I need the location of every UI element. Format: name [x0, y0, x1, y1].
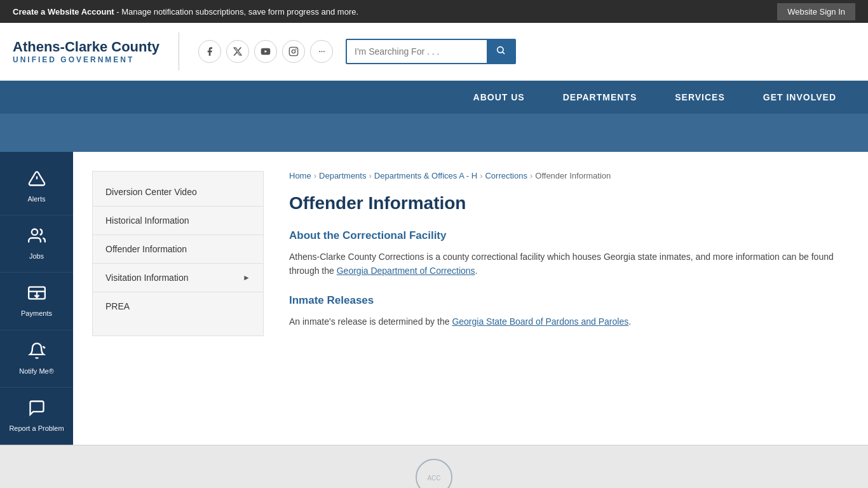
svg-rect-1 [289, 47, 297, 55]
side-menu-item-historical[interactable]: Historical Information [93, 207, 263, 235]
sidebar-item-payments[interactable]: Payments [0, 273, 73, 330]
sidebar-item-notify[interactable]: Notify Me® [0, 330, 73, 388]
nav-item-about-us[interactable]: ABOUT US [454, 81, 544, 114]
svg-point-4 [498, 47, 503, 53]
nav-item-departments[interactable]: DEPARTMENTS [544, 81, 656, 114]
side-menu-item-offender[interactable]: Offender Information [93, 235, 263, 264]
logo-sub-title: UNIFIED GOVERNMENT [13, 55, 159, 64]
report-icon [28, 399, 46, 421]
section-heading-releases: Inmate Releases [289, 294, 843, 307]
visitation-arrow-icon: ► [243, 273, 250, 282]
svg-point-2 [292, 50, 295, 53]
twitter-x-icon[interactable] [226, 40, 249, 63]
website-signin-button[interactable]: Website Sign In [777, 3, 855, 20]
breadcrumb-departments[interactable]: Departments [319, 171, 366, 180]
site-header: Athens-Clarke County UNIFIED GOVERNMENT … [0, 23, 868, 81]
nav-item-get-involved[interactable]: GET INVOLVED [744, 81, 855, 114]
search-area [346, 39, 516, 64]
footer-logo: ACC [415, 458, 453, 488]
logo-divider [179, 32, 179, 71]
search-input[interactable] [347, 41, 487, 62]
section-correctional-facility: About the Correctional Facility Athens-C… [289, 229, 843, 278]
nav-item-services[interactable]: SERVICES [656, 81, 744, 114]
content-wrapper: Diversion Center Video Historical Inform… [73, 152, 868, 445]
side-menu-item-diversion[interactable]: Diversion Center Video [93, 178, 263, 207]
georgia-doc-link[interactable]: Georgia Department of Corrections [337, 266, 475, 276]
search-icon [496, 45, 506, 55]
payments-label: Payments [21, 309, 52, 318]
hero-banner [0, 114, 868, 152]
alerts-label: Alerts [27, 195, 45, 203]
notification-detail: - Manage notification subscriptions, sav… [114, 7, 358, 17]
svg-point-8 [31, 229, 37, 235]
page-title: Offender Information [289, 193, 843, 214]
section-text-correctional: Athens-Clarke County Corrections is a co… [289, 250, 843, 278]
breadcrumb-home[interactable]: Home [289, 171, 311, 180]
jobs-label: Jobs [29, 252, 44, 261]
sidebar-item-jobs[interactable]: Jobs [0, 215, 73, 273]
section-heading-correctional: About the Correctional Facility [289, 229, 843, 242]
section-text-releases: An inmate's release is determined by the… [289, 315, 843, 329]
sidebar-item-alerts[interactable]: Alerts [0, 158, 73, 215]
notification-text: Create a Website Account - Manage notifi… [13, 7, 777, 17]
notification-strong: Create a Website Account [13, 7, 114, 17]
svg-line-5 [503, 52, 505, 54]
svg-point-3 [295, 49, 296, 50]
more-social-icon[interactable]: ··· [310, 40, 333, 63]
svg-point-12 [416, 459, 452, 488]
footer-area: ACC [0, 445, 868, 488]
breadcrumb-offices[interactable]: Departments & Offices A - H [374, 171, 477, 180]
main-layout: Alerts Jobs Payments Notify Me® Report a… [0, 152, 868, 445]
top-notification-bar: Create a Website Account - Manage notifi… [0, 0, 868, 23]
youtube-icon[interactable] [254, 40, 277, 63]
side-menu-item-visitation[interactable]: Visitation Information ► [93, 264, 263, 292]
alerts-icon [28, 170, 46, 191]
notify-icon [28, 342, 46, 363]
breadcrumb-corrections[interactable]: Corrections [485, 171, 527, 180]
georgia-pardons-link[interactable]: Georgia State Board of Pardons and Parol… [452, 316, 628, 327]
search-button[interactable] [487, 40, 515, 63]
main-nav: ABOUT US DEPARTMENTS SERVICES GET INVOLV… [0, 81, 868, 114]
logo[interactable]: Athens-Clarke County UNIFIED GOVERNMENT [13, 39, 159, 65]
logo-main-title: Athens-Clarke County [13, 39, 159, 55]
notify-label: Notify Me® [19, 367, 54, 376]
svg-text:ACC: ACC [427, 475, 440, 482]
main-content: Home › Departments › Departments & Offic… [264, 152, 868, 445]
social-icons-group: ··· [198, 40, 333, 63]
instagram-icon[interactable] [282, 40, 305, 63]
payments-icon [28, 284, 46, 306]
left-sidebar: Alerts Jobs Payments Notify Me® Report a… [0, 152, 73, 445]
jobs-icon [28, 227, 46, 248]
section-inmate-releases: Inmate Releases An inmate's release is d… [289, 294, 843, 329]
breadcrumb: Home › Departments › Departments & Offic… [289, 171, 843, 180]
side-menu-item-prea[interactable]: PREA [93, 292, 263, 320]
sidebar-item-report[interactable]: Report a Problem [0, 388, 73, 445]
facebook-icon[interactable] [198, 40, 221, 63]
report-label: Report a Problem [9, 424, 64, 433]
side-menu: Diversion Center Video Historical Inform… [92, 171, 264, 336]
breadcrumb-current: Offender Information [535, 171, 611, 180]
logo-area: Athens-Clarke County UNIFIED GOVERNMENT … [13, 32, 855, 71]
